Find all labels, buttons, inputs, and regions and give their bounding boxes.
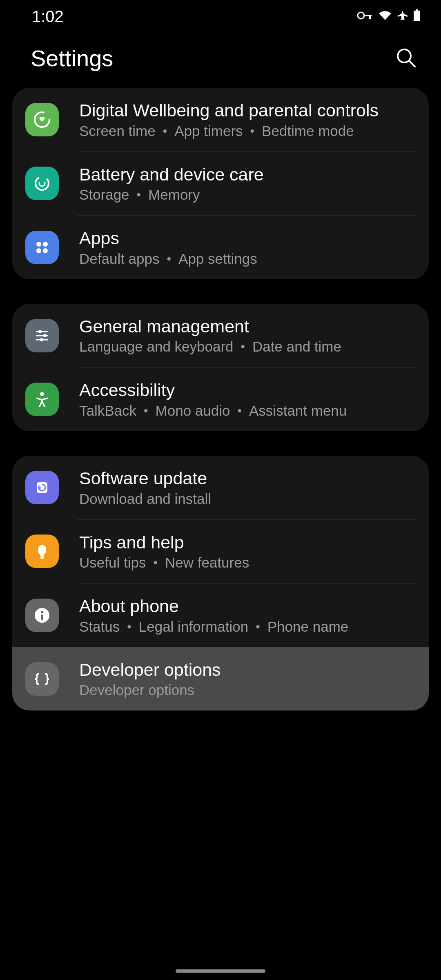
item-developer-options[interactable]: Developer options Developer options bbox=[12, 647, 429, 711]
settings-group: Software update Download and install Tip… bbox=[12, 456, 429, 710]
svg-point-15 bbox=[38, 330, 42, 333]
svg-point-8 bbox=[33, 174, 51, 193]
item-title: General management bbox=[79, 316, 416, 337]
item-about-phone[interactable]: About phone Status•Legal information•Pho… bbox=[12, 584, 429, 647]
svg-point-24 bbox=[41, 611, 43, 613]
bulb-icon bbox=[25, 535, 59, 568]
item-title: Tips and help bbox=[79, 532, 416, 553]
status-icons bbox=[357, 9, 421, 23]
svg-point-20 bbox=[40, 392, 44, 396]
item-battery[interactable]: Battery and device care Storage•Memory bbox=[12, 152, 429, 216]
svg-rect-2 bbox=[369, 15, 371, 19]
apps-icon bbox=[25, 231, 59, 264]
item-subtitle: Useful tips•New features bbox=[79, 555, 416, 571]
svg-rect-25 bbox=[41, 615, 43, 620]
search-button[interactable] bbox=[394, 46, 417, 71]
status-time: 1:02 bbox=[32, 7, 64, 26]
item-subtitle: Developer options bbox=[79, 682, 416, 698]
battery-icon bbox=[413, 9, 421, 23]
airplane-icon bbox=[397, 10, 408, 23]
svg-point-12 bbox=[36, 248, 41, 253]
item-subtitle: Default apps•App settings bbox=[79, 251, 416, 267]
status-bar: 1:02 bbox=[0, 0, 441, 33]
item-subtitle: Status•Legal information•Phone name bbox=[79, 619, 416, 635]
item-title: Accessibility bbox=[79, 380, 416, 401]
svg-point-11 bbox=[43, 242, 48, 247]
item-tips[interactable]: Tips and help Useful tips•New features bbox=[12, 520, 429, 584]
item-wellbeing[interactable]: Digital Wellbeing and parental controls … bbox=[12, 88, 429, 151]
svg-rect-22 bbox=[40, 557, 44, 559]
info-icon bbox=[25, 599, 59, 632]
item-software-update[interactable]: Software update Download and install bbox=[12, 456, 429, 519]
svg-point-9 bbox=[39, 180, 45, 186]
accessibility-icon bbox=[25, 383, 59, 416]
braces-icon bbox=[25, 662, 59, 696]
svg-rect-3 bbox=[416, 9, 418, 11]
wellbeing-icon bbox=[25, 103, 59, 136]
settings-group: General management Language and keyboard… bbox=[12, 304, 429, 431]
item-title: Software update bbox=[79, 468, 416, 489]
app-header: Settings bbox=[0, 33, 441, 88]
svg-point-0 bbox=[358, 12, 364, 19]
settings-group: Digital Wellbeing and parental controls … bbox=[12, 88, 429, 279]
item-title: About phone bbox=[79, 596, 416, 617]
item-title: Battery and device care bbox=[79, 164, 416, 185]
item-accessibility[interactable]: Accessibility TalkBack•Mono audio•Assist… bbox=[12, 368, 429, 431]
battery-care-icon bbox=[25, 167, 59, 200]
item-apps[interactable]: Apps Default apps•App settings bbox=[12, 216, 429, 279]
svg-point-10 bbox=[36, 242, 41, 247]
item-general[interactable]: General management Language and keyboard… bbox=[12, 304, 429, 368]
item-title: Developer options bbox=[79, 659, 416, 681]
item-subtitle: TalkBack•Mono audio•Assistant menu bbox=[79, 403, 416, 419]
gesture-bar[interactable] bbox=[176, 969, 265, 973]
page-title: Settings bbox=[31, 45, 113, 71]
item-title: Apps bbox=[79, 228, 416, 249]
sliders-icon bbox=[25, 319, 59, 352]
svg-point-13 bbox=[43, 248, 48, 253]
svg-point-19 bbox=[40, 338, 43, 341]
item-title: Digital Wellbeing and parental controls bbox=[79, 100, 416, 121]
vpn-key-icon bbox=[357, 11, 373, 22]
svg-rect-4 bbox=[414, 11, 420, 21]
svg-line-6 bbox=[409, 61, 415, 67]
wifi-icon bbox=[378, 10, 392, 22]
item-subtitle: Screen time•App timers•Bedtime mode bbox=[79, 123, 416, 139]
item-subtitle: Download and install bbox=[79, 491, 416, 507]
item-subtitle: Language and keyboard•Date and time bbox=[79, 339, 416, 355]
item-subtitle: Storage•Memory bbox=[79, 187, 416, 203]
update-icon bbox=[25, 471, 59, 504]
svg-point-17 bbox=[43, 334, 47, 337]
